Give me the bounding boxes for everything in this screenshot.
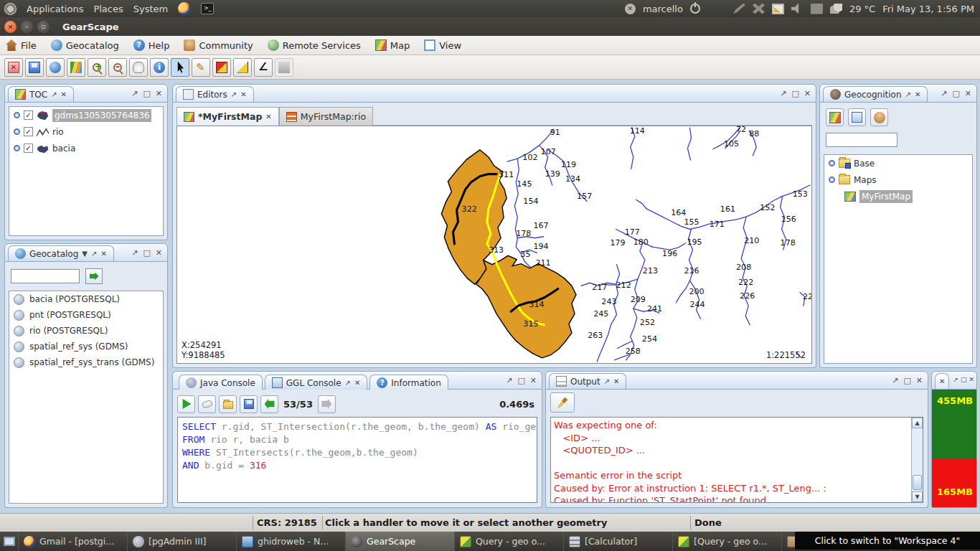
window-close-button[interactable] [4,21,17,33]
zoom-in-button[interactable] [88,58,106,77]
ubuntu-logo-icon[interactable] [4,3,17,15]
menu-map[interactable]: Map [375,39,410,51]
close-button[interactable] [4,58,23,77]
firefox-launcher-icon[interactable] [178,2,191,15]
measure-line-button[interactable] [233,58,252,77]
float-icon[interactable]: ↗ [231,90,237,98]
clear-script-button[interactable] [198,395,216,413]
close-icon[interactable]: ✕ [613,377,619,385]
tab-close-icon[interactable]: ✕ [265,113,271,121]
taskbar-item[interactable]: GearScape [346,532,455,551]
checkbox-checked[interactable]: ✓ [24,143,33,153]
geocognition-node[interactable]: Base [824,155,972,171]
editor-tab[interactable]: *MyFirstMap✕ [176,107,279,126]
taskbar-item[interactable]: [Calculator] [564,532,673,551]
maximize-icon[interactable]: □ [143,248,150,258]
menu-remote-services[interactable]: Remote Services [268,39,361,51]
expander-icon[interactable] [829,160,835,166]
map-canvas[interactable]: 9111472881051071021191391343111451531571… [176,126,812,364]
sql-editor[interactable]: SELECT r.gid, ST_Intersection(r.the_geom… [177,417,537,503]
power-icon[interactable] [690,4,700,14]
close-icon[interactable]: ✕ [156,248,162,258]
close-icon[interactable]: ✕ [939,377,945,385]
editors-tab[interactable]: Editors ↗ ✕ [176,86,254,102]
maximize-icon[interactable]: □ [903,376,910,385]
edit-button[interactable] [192,58,210,77]
run-script-button[interactable] [177,395,195,413]
geocatalog-item[interactable]: rio (POSTGRESQL) [9,323,163,339]
window-titlebar[interactable]: GearScape [0,17,980,36]
close-icon[interactable]: ✕ [156,89,162,98]
geocatalog-search-input[interactable] [11,269,80,283]
open-script-button[interactable] [219,395,237,413]
mail-icon[interactable] [811,4,823,14]
expander-icon[interactable] [829,176,835,183]
console-tab-information[interactable]: Information [369,375,448,390]
taskbar-item[interactable]: [pgAdmin III] [128,532,237,551]
float-icon[interactable]: ↗ [905,90,911,98]
geocognition-node[interactable]: Maps [824,171,972,188]
expander-icon[interactable] [14,145,20,151]
geocognition-add-script-button[interactable] [848,108,866,126]
zoom-out-button[interactable] [108,58,127,77]
maximize-icon[interactable]: □ [952,89,959,98]
applications-menu[interactable]: Applications [27,4,83,14]
close-icon[interactable]: ✕ [530,376,537,385]
float-icon[interactable]: ↗ [131,89,138,98]
dropdown-icon[interactable]: ▼ [82,250,88,258]
close-icon[interactable]: ✕ [916,376,923,385]
checkbox-checked[interactable]: ✓ [24,127,33,136]
style-button[interactable] [212,58,231,77]
geocatalog-item[interactable]: spatial_ref_sys_trans (GDMS) [9,354,163,370]
geocatalog-filter-button[interactable] [85,268,103,284]
close-icon[interactable]: ✕ [354,379,360,387]
console-tab-ggl-console[interactable]: GGL Console↗✕ [265,375,368,390]
info-button[interactable] [150,58,169,77]
output-scrollbar[interactable]: ▲ ▼ [911,418,923,502]
pan-button[interactable] [129,58,148,77]
system-menu[interactable]: System [133,4,168,14]
layers-button[interactable] [67,58,85,77]
float-icon[interactable]: ↗ [892,376,898,385]
geocognition-add-symbol-button[interactable] [870,108,888,126]
history-next-button[interactable] [318,395,336,413]
scrollbar-thumb[interactable] [913,475,922,490]
close-icon[interactable]: ✕ [61,90,67,98]
geocatalog-item[interactable]: bacia (POSTGRESQL) [9,291,163,307]
toc-layer-row[interactable]: ✓gdms1305305764836 [9,107,163,123]
temperature[interactable]: 29 °C [849,4,875,14]
taskbar-item[interactable]: Gmail - [postgi... [19,532,128,551]
maximize-icon[interactable]: □ [791,89,798,98]
tablet-pen-icon[interactable] [733,4,745,14]
notification-icon[interactable] [753,4,765,14]
user-name[interactable]: marcello [643,4,683,14]
menu-view[interactable]: View [424,39,461,51]
float-icon[interactable]: ↗ [131,248,138,258]
output-tab[interactable]: Output ↗ ✕ [549,373,626,389]
taskbar-item[interactable]: ghidroweb - N... [237,532,346,551]
memory-tab[interactable]: ✕ [935,373,949,389]
close-icon[interactable]: ✕ [915,90,920,98]
geocatalog-item[interactable]: spatial_ref_sys (GDMS) [9,339,163,354]
show-desktop-button[interactable] [0,532,19,551]
menu-geocatalog[interactable]: Geocatalog [51,39,119,51]
maximize-icon[interactable]: □ [143,89,150,98]
clear-output-button[interactable] [550,392,575,413]
float-icon[interactable]: ↗ [604,377,610,385]
geocognition-tab[interactable]: Geocognition ↗ ✕ [823,86,928,102]
float-icon[interactable]: ↗ [51,90,57,98]
toc-tab[interactable]: TOC ↗ ✕ [8,86,74,102]
measure-angle-button[interactable] [254,58,273,77]
history-previous-button[interactable] [260,395,278,413]
editor-tab[interactable]: MyFirstMap:rio [279,107,373,126]
menu-help[interactable]: Help [133,39,170,51]
expander-icon[interactable] [14,112,20,118]
save-script-button[interactable] [240,395,258,413]
clock[interactable]: Fri May 13, 1:56 PM [882,4,974,14]
save-button[interactable] [25,58,44,77]
float-icon[interactable]: ↗ [941,89,947,98]
select-button[interactable] [171,58,189,77]
geocatalog-tab[interactable]: Geocatalog ▼ ↗ ✕ [8,245,114,261]
float-icon[interactable]: ↗ [345,379,351,387]
geocognition-search-input[interactable] [826,133,897,147]
